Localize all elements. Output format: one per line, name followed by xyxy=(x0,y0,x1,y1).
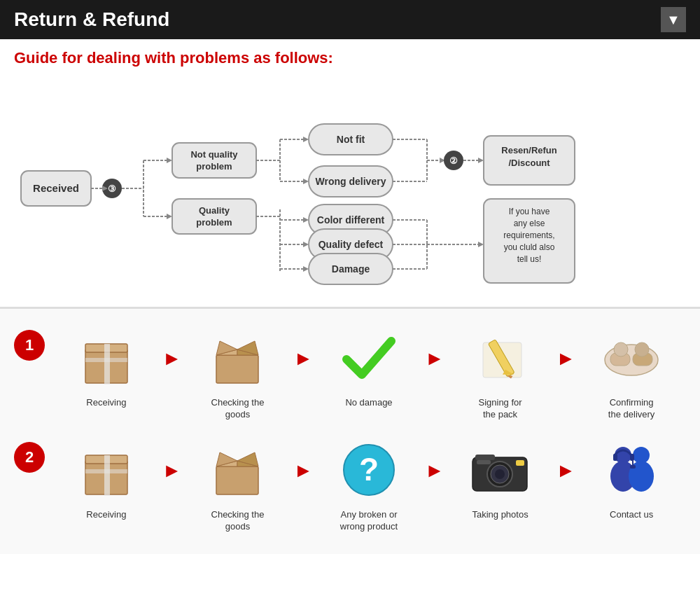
camera-icon xyxy=(462,435,539,505)
arrow-4: ► xyxy=(554,347,577,370)
header-arrow-icon: ▼ xyxy=(661,7,686,32)
step-1-label-receiving: Receiving xyxy=(86,397,126,409)
flowchart-section: Received ③ Not quality problem Quality p… xyxy=(0,87,700,307)
page-title: Return & Refund xyxy=(14,8,169,31)
step-2-label-broken: Any broken orwrong product xyxy=(340,509,398,533)
page-header: Return & Refund ▼ xyxy=(0,0,700,39)
step-2-item-checking: Checking thegoods xyxy=(183,435,293,533)
step-1-label-confirming: Confirmingthe delivery xyxy=(608,397,654,421)
svg-text:Quality defect: Quality defect xyxy=(318,239,384,250)
svg-text:problem: problem xyxy=(196,217,232,228)
steps-section: 1 Receiving ► xyxy=(0,307,700,554)
svg-rect-107 xyxy=(630,454,634,461)
svg-rect-70 xyxy=(216,355,258,383)
svg-marker-33 xyxy=(303,242,309,247)
svg-text:If you have: If you have xyxy=(509,207,550,216)
svg-text:Quality: Quality xyxy=(199,205,230,216)
svg-rect-88 xyxy=(216,466,258,494)
svg-marker-21 xyxy=(303,137,309,142)
arrow-1: ► xyxy=(161,347,183,370)
arrow-8: ► xyxy=(554,459,577,482)
svg-rect-109 xyxy=(630,465,636,469)
step-1-item-checking: Checking thegoods xyxy=(183,323,293,421)
box-closed-2-icon xyxy=(68,435,145,505)
step-1-item-nodamage: No damage xyxy=(314,323,424,409)
arrow-7: ► xyxy=(424,459,446,482)
step-2-item-photos: Taking photos xyxy=(446,435,555,521)
step-2-label-photos: Taking photos xyxy=(472,509,528,521)
svg-point-83 xyxy=(635,342,649,356)
svg-rect-106 xyxy=(613,454,617,461)
svg-marker-50 xyxy=(478,158,484,163)
svg-text:③: ③ xyxy=(108,183,116,194)
svg-rect-68 xyxy=(104,344,110,384)
step-2-label-receiving: Receiving xyxy=(86,509,126,521)
svg-text:Color different: Color different xyxy=(317,214,385,226)
step-1-items: Receiving ► Checking thegoods ► xyxy=(52,323,686,421)
step-number-1: 1 xyxy=(14,330,45,361)
svg-rect-12 xyxy=(172,143,256,178)
arrow-3: ► xyxy=(424,347,446,370)
svg-text:Damage: Damage xyxy=(332,263,370,275)
step-1-item-receiving: Receiving xyxy=(52,323,161,409)
svg-text:②: ② xyxy=(449,155,458,166)
svg-text:Received: Received xyxy=(33,182,79,194)
svg-marker-11 xyxy=(167,214,172,219)
step-2-item-receiving: Receiving xyxy=(52,435,161,521)
svg-marker-31 xyxy=(303,217,309,223)
handshake-icon xyxy=(593,323,670,393)
arrow-6: ► xyxy=(292,459,314,482)
svg-text:you cluld also: you cluld also xyxy=(504,242,555,252)
box-open-2-icon xyxy=(199,435,276,505)
svg-rect-87 xyxy=(85,469,127,473)
step-2-label-checking: Checking thegoods xyxy=(211,509,265,533)
step-1-item-confirming: Confirmingthe delivery xyxy=(577,323,686,421)
box-closed-icon xyxy=(68,323,145,393)
pencil-icon xyxy=(462,323,539,393)
svg-text:Resen/Refun: Resen/Refun xyxy=(501,145,557,155)
arrow-2: ► xyxy=(292,347,314,370)
checkmark-icon xyxy=(330,323,407,393)
svg-rect-69 xyxy=(85,358,127,362)
svg-text:Wrong delivery: Wrong delivery xyxy=(316,176,386,187)
svg-rect-101 xyxy=(477,460,491,464)
guide-section: Guide for dealing with problems as follo… xyxy=(0,39,700,87)
step-1-label-checking: Checking thegoods xyxy=(211,397,265,421)
svg-marker-35 xyxy=(303,266,309,272)
step-1-label-nodamage: No damage xyxy=(345,397,392,409)
contact-icon xyxy=(593,435,670,505)
step-2-item-broken: ? Any broken orwrong product xyxy=(314,435,424,533)
svg-text:requirements,: requirements, xyxy=(503,230,554,240)
guide-title: Guide for dealing with problems as follo… xyxy=(14,49,686,67)
svg-text:any else: any else xyxy=(514,219,545,228)
svg-marker-59 xyxy=(478,242,484,247)
step-2-label-contact: Contact us xyxy=(610,509,653,521)
question-icon: ? xyxy=(330,435,407,505)
box-open-icon xyxy=(199,323,276,393)
svg-rect-15 xyxy=(172,199,256,234)
svg-rect-86 xyxy=(104,455,110,496)
svg-text:problem: problem xyxy=(196,161,232,172)
arrow-5: ► xyxy=(161,459,183,482)
step-row-1: 1 Receiving ► xyxy=(14,323,686,421)
step-1-item-signing: Signing forthe pack xyxy=(446,323,555,421)
svg-text:Not fit: Not fit xyxy=(337,134,365,145)
flowchart-svg: Received ③ Not quality problem Quality p… xyxy=(14,90,686,293)
step-2-items: Receiving ► Checking thegoods ► xyxy=(52,435,686,533)
svg-marker-23 xyxy=(303,179,309,184)
svg-text:?: ? xyxy=(359,451,379,487)
svg-text:tell us!: tell us! xyxy=(517,254,542,264)
svg-text:Not quality: Not quality xyxy=(190,149,238,160)
step-2-item-contact: Contact us xyxy=(577,435,686,521)
svg-rect-96 xyxy=(475,455,495,460)
step-row-2: 2 Receiving ► xyxy=(14,435,686,533)
svg-point-82 xyxy=(614,342,628,356)
step-number-2: 2 xyxy=(14,442,45,473)
svg-rect-100 xyxy=(516,460,524,466)
svg-point-99 xyxy=(495,469,505,479)
svg-marker-9 xyxy=(167,158,172,163)
step-1-label-signing: Signing forthe pack xyxy=(478,397,522,421)
svg-text:/Discount: /Discount xyxy=(508,158,550,168)
